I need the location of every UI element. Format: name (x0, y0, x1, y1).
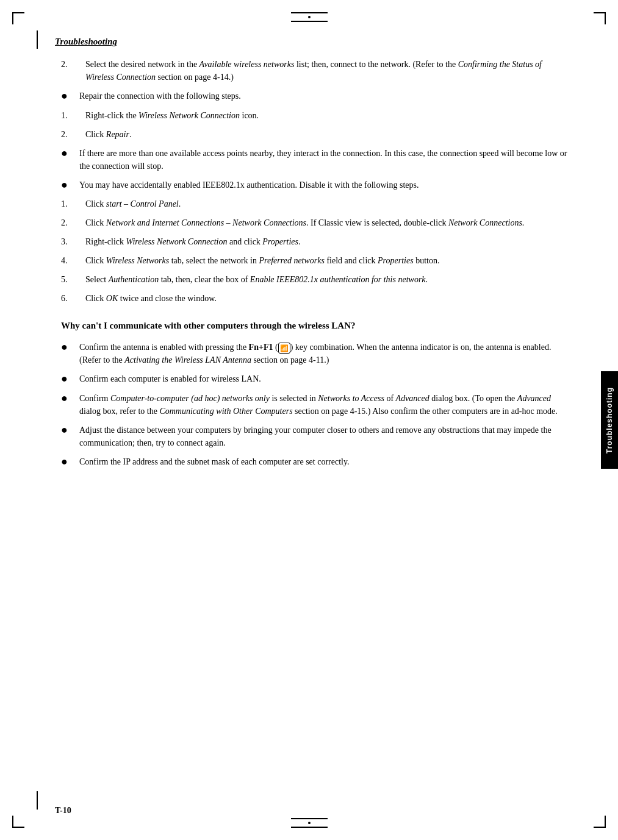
bullet-text: Confirm each computer is enabled for wir… (79, 372, 569, 386)
list-item: 1. Right-click the Wireless Network Conn… (61, 109, 569, 122)
item-text: Click Repair. (85, 128, 569, 141)
item-number: 5. (61, 273, 85, 286)
bullet-dot: ● (61, 179, 79, 192)
bottom-center-mark (291, 818, 328, 828)
bullet-item: ● Repair the connection with the followi… (61, 90, 569, 103)
side-tab: Troubleshooting (601, 371, 618, 469)
corner-mark-tl (12, 12, 24, 24)
list-item: 2. Select the desired network in the Ava… (61, 58, 569, 84)
list-item: 5. Select Authentication tab, then, clea… (61, 273, 569, 286)
bullet-dot: ● (61, 455, 79, 469)
bullet-item: ● Confirm the antenna is enabled with pr… (61, 341, 569, 366)
bullet-text: Confirm the antenna is enabled with pres… (79, 341, 569, 366)
list-item: 2. Click Repair. (61, 128, 569, 141)
item-number: 1. (61, 109, 85, 122)
corner-mark-br (594, 816, 606, 828)
bullet-text: Repair the connection with the following… (79, 90, 569, 103)
bullet-text: Confirm Computer-to-computer (ad hoc) ne… (79, 392, 569, 418)
corner-mark-bl (12, 816, 24, 828)
bullet-dot: ● (61, 147, 79, 173)
bullet-dot: ● (61, 424, 79, 449)
side-tab-label: Troubleshooting (605, 387, 614, 454)
bullet-text: Adjust the distance between your compute… (79, 424, 569, 449)
left-margin-line-bottom (37, 791, 38, 810)
bullet-item: ● Adjust the distance between your compu… (61, 424, 569, 449)
bullet-text: Confirm the IP address and the subnet ma… (79, 455, 569, 469)
main-content: 2. Select the desired network in the Ava… (55, 58, 569, 468)
top-center-mark (291, 12, 328, 22)
bullet-item: ● Confirm Computer-to-computer (ad hoc) … (61, 392, 569, 418)
list-item: 6. Click OK twice and close the window. (61, 292, 569, 305)
item-text: Click Network and Internet Connections –… (85, 216, 569, 229)
fn-f1-icon: 📶 (278, 343, 290, 354)
list-item: 2. Click Network and Internet Connection… (61, 216, 569, 229)
item-number: 3. (61, 235, 85, 248)
item-text: Click OK twice and close the window. (85, 292, 569, 305)
item-text: Click Wireless Networks tab, select the … (85, 254, 569, 267)
left-margin-line-top (37, 30, 38, 49)
bullet-item: ● If there are more than one available a… (61, 147, 569, 173)
item-number: 2. (61, 58, 85, 84)
item-number: 6. (61, 292, 85, 305)
page: Troubleshooting Troubleshooting 2. Selec… (0, 0, 618, 840)
page-number: T-10 (55, 806, 71, 816)
item-text: Click start – Control Panel. (85, 198, 569, 210)
section-heading: Why can't I communicate with other compu… (61, 319, 569, 332)
item-text: Select Authentication tab, then, clear t… (85, 273, 569, 286)
item-number: 1. (61, 198, 85, 210)
item-number: 2. (61, 128, 85, 141)
bullet-item: ● Confirm each computer is enabled for w… (61, 372, 569, 386)
bullet-text: You may have accidentally enabled IEEE80… (79, 179, 569, 192)
corner-mark-tr (594, 12, 606, 24)
list-item: 4. Click Wireless Networks tab, select t… (61, 254, 569, 267)
item-number: 2. (61, 216, 85, 229)
item-text: Select the desired network in the Availa… (85, 58, 569, 84)
bullet-item: ● Confirm the IP address and the subnet … (61, 455, 569, 469)
bullet-dot: ● (61, 372, 79, 386)
bullet-text: If there are more than one available acc… (79, 147, 569, 173)
list-item: 3. Right-click Wireless Network Connecti… (61, 235, 569, 248)
bullet-item: ● You may have accidentally enabled IEEE… (61, 179, 569, 192)
item-text: Right-click the Wireless Network Connect… (85, 109, 569, 122)
bullet-dot: ● (61, 341, 79, 366)
item-text: Right-click Wireless Network Connection … (85, 235, 569, 248)
bullet-dot: ● (61, 90, 79, 103)
list-item: 1. Click start – Control Panel. (61, 198, 569, 210)
bullet-dot: ● (61, 392, 79, 418)
item-number: 4. (61, 254, 85, 267)
page-title: Troubleshooting (55, 37, 569, 47)
